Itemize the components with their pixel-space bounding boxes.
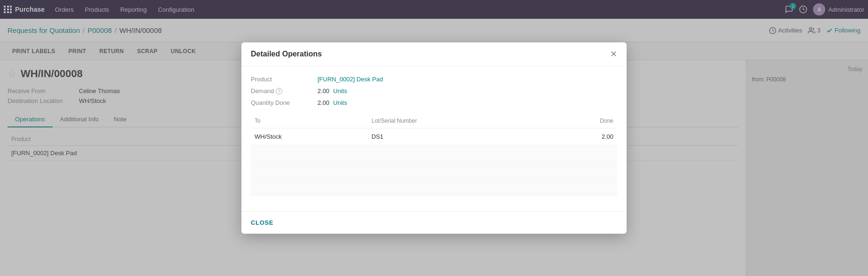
modal-product-value: [FURN_0002] Desk Pad: [318, 76, 617, 83]
modal-row-lot: DS1: [368, 128, 546, 145]
modal-row-to: WH/Stock: [251, 128, 368, 145]
modal-fields: Product [FURN_0002] Desk Pad Demand ? 2.…: [251, 76, 617, 106]
modal-col-lot: Lot/Serial Number: [368, 114, 546, 128]
detailed-operations-modal: Detailed Operations ✕ Product [FURN_0002…: [241, 42, 627, 234]
modal-row-done: 2.00: [546, 128, 617, 145]
modal-demand-label: Demand ?: [251, 87, 312, 95]
demand-info-icon: ?: [276, 88, 282, 95]
modal-qty-done-value: 2.00 Units: [318, 99, 617, 106]
modal-demand-value: 2.00 Units: [318, 87, 617, 95]
modal-header: Detailed Operations ✕: [241, 42, 627, 66]
modal-empty-row-1: [251, 145, 617, 162]
modal-body: Product [FURN_0002] Desk Pad Demand ? 2.…: [241, 66, 627, 211]
modal-title: Detailed Operations: [251, 50, 322, 58]
modal-footer: CLOSE: [241, 211, 627, 234]
demand-unit[interactable]: Units: [333, 87, 347, 95]
qty-done-unit[interactable]: Units: [333, 99, 347, 106]
modal-close-btn[interactable]: ✕: [610, 50, 617, 58]
modal-close-button[interactable]: CLOSE: [251, 217, 273, 228]
modal-col-to: To: [251, 114, 368, 128]
modal-empty-row-2: [251, 162, 617, 179]
modal-empty-row-3: [251, 179, 617, 196]
modal-operations-table: To Lot/Serial Number Done WH/Stock DS1 2…: [251, 114, 617, 196]
modal-product-label: Product: [251, 76, 312, 83]
modal-table-row: WH/Stock DS1 2.00: [251, 128, 617, 145]
modal-col-done: Done: [546, 114, 617, 128]
modal-product-link[interactable]: [FURN_0002] Desk Pad: [318, 76, 383, 83]
modal-qty-done-label: Quantity Done: [251, 99, 312, 106]
modal-overlay: Detailed Operations ✕ Product [FURN_0002…: [0, 0, 868, 276]
